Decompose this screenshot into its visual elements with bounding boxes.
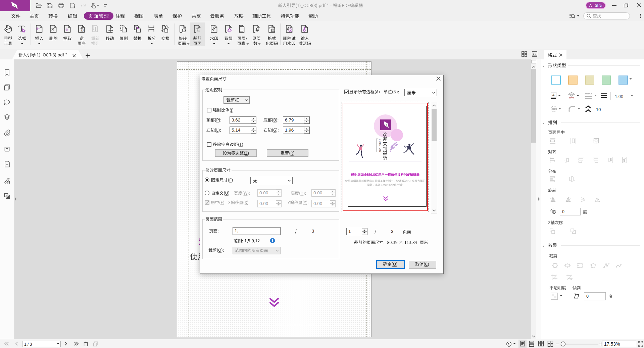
svg-text:12: 12 (81, 29, 84, 32)
svg-text:A: A (552, 93, 555, 97)
